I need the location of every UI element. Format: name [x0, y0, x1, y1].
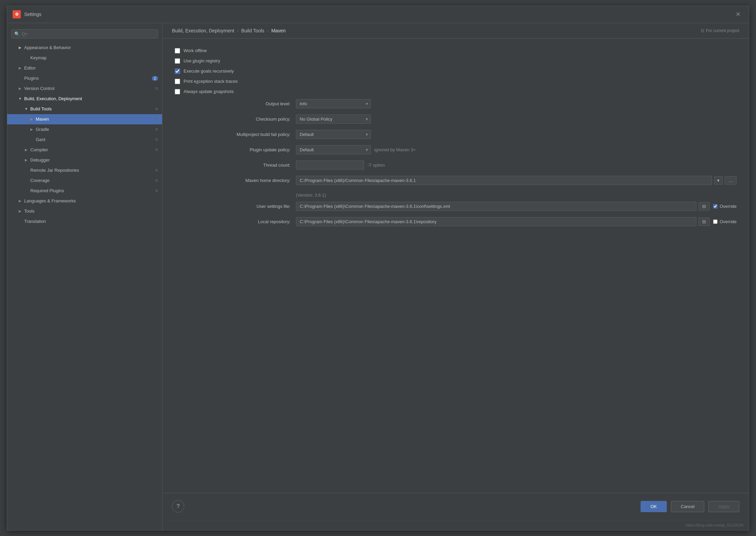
output-level-label: Output level: [175, 101, 290, 106]
sidebar-item-compiler[interactable]: ▶ Compiler ⧉ [7, 145, 162, 155]
sidebar-item-debugger[interactable]: ▶ Debugger [7, 155, 162, 165]
nav-spacer [29, 137, 34, 142]
user-settings-override-checkbox[interactable] [713, 204, 718, 209]
copy-icon: ⧉ [155, 148, 158, 152]
footer: ? OK Cancel Apply [162, 493, 749, 520]
search-box[interactable]: 🔍 [11, 29, 158, 39]
sidebar-item-remote-jar-repositories[interactable]: Remote Jar Repositories ⧉ [7, 165, 162, 175]
copy-icon: ⧉ [155, 137, 158, 142]
multiproject-build-select-wrap: Default Fail at End Never Fail Fail Fast [296, 130, 371, 139]
use-plugin-registry-checkbox[interactable] [175, 58, 180, 64]
copy-icon: ⧉ [155, 188, 158, 193]
local-repo-browse-btn[interactable]: ⊟ [698, 217, 710, 226]
sidebar-item-build-tools[interactable]: ▼ Build Tools ⧉ [7, 104, 162, 114]
execute-goals-label: Execute goals recursively [184, 68, 234, 74]
maven-home-browse-btn[interactable]: … [725, 176, 737, 185]
execute-goals-checkbox[interactable] [175, 68, 180, 74]
print-exception-checkbox[interactable] [175, 79, 180, 84]
breadcrumb-sep-2: › [267, 28, 269, 33]
sidebar-item-label: Translation [24, 219, 158, 224]
thread-count-row: Thread count: -T option [175, 160, 737, 170]
sidebar-item-label: Tools [24, 209, 158, 214]
breadcrumb-project: ⊡ For current project [701, 28, 739, 33]
sidebar-item-languages-frameworks[interactable]: ▶ Languages & Frameworks [7, 196, 162, 206]
plugin-update-policy-select[interactable]: Default Check Always Never [296, 145, 371, 154]
breadcrumb-sep-1: › [237, 28, 239, 33]
sidebar-item-editor[interactable]: ▶ Editor [7, 63, 162, 73]
apply-button[interactable]: Apply [708, 501, 739, 512]
output-level-row: Output level: Verbose Info Warning Error… [175, 99, 737, 108]
main-content: 🔍 ▶ Appearance & Behavior Keymap ▶ Edito… [7, 23, 749, 530]
nav-spacer [23, 188, 29, 194]
sidebar-item-label: Gradle [36, 127, 154, 132]
sidebar-item-required-plugins[interactable]: Required Plugins ⧉ [7, 186, 162, 196]
user-settings-override-label: Override [720, 204, 737, 209]
local-repo-override-checkbox[interactable] [713, 219, 718, 224]
checksum-policy-select[interactable]: No Global Policy Fail Warn Ignore [296, 114, 371, 124]
user-settings-label: User settings file: [175, 204, 290, 209]
maven-home-label: Maven home directory: [175, 178, 290, 183]
sidebar-item-maven[interactable]: ▶ Maven ⧉ [7, 114, 162, 124]
breadcrumb-item-2: Build Tools [241, 28, 264, 33]
copy-icon: ⧉ [155, 168, 158, 172]
sidebar-item-translation[interactable]: Translation [7, 216, 162, 227]
sidebar-item-appearance-behavior[interactable]: ▶ Appearance & Behavior [7, 43, 162, 53]
local-repo-override-label: Override [720, 219, 737, 224]
window-title: Settings [24, 12, 733, 17]
maven-home-row: Maven home directory: ▾ … [175, 176, 737, 185]
sidebar-item-build-execution-deployment[interactable]: ▼ Build, Execution, Deployment [7, 94, 162, 104]
sidebar-item-keymap[interactable]: Keymap [7, 53, 162, 63]
print-exception-row: Print exception stack traces [175, 79, 737, 84]
sidebar-item-gant[interactable]: Gant ⧉ [7, 135, 162, 145]
sidebar-item-label: Plugins [24, 76, 150, 81]
output-level-control: Verbose Info Warning Error Silent [296, 99, 737, 108]
expand-arrow-icon: ▼ [23, 106, 29, 112]
sidebar-item-label: Coverage [30, 178, 154, 183]
ok-button[interactable]: OK [641, 501, 667, 512]
use-plugin-registry-row: Use plugin registry [175, 58, 737, 64]
sidebar-item-label: Languages & Frameworks [24, 198, 158, 203]
sidebar-item-tools[interactable]: ▶ Tools [7, 206, 162, 216]
local-repo-override-wrap: Override [713, 219, 737, 224]
maven-home-input[interactable] [296, 176, 712, 185]
nav-spacer [17, 219, 23, 224]
checksum-policy-label: Checksum policy: [175, 117, 290, 122]
sidebar-item-label: Editor [24, 65, 158, 71]
sidebar-item-label: Build Tools [30, 106, 154, 111]
multiproject-build-select[interactable]: Default Fail at End Never Fail Fail Fast [296, 130, 371, 139]
cancel-button[interactable]: Cancel [671, 501, 704, 512]
sidebar-item-coverage[interactable]: Coverage ⧉ [7, 175, 162, 186]
nav-spacer [23, 168, 29, 173]
thread-count-input[interactable] [296, 160, 364, 170]
always-update-label: Always update snapshots [184, 89, 234, 94]
output-level-select-wrap: Verbose Info Warning Error Silent [296, 99, 371, 108]
maven-version-text: (Version: 3.6.1) [175, 191, 737, 202]
plugin-update-policy-row: Plugin update policy: Default Check Alwa… [175, 145, 737, 154]
copy-icon: ⧉ [155, 86, 158, 91]
search-input[interactable] [22, 31, 155, 36]
sidebar: 🔍 ▶ Appearance & Behavior Keymap ▶ Edito… [7, 23, 162, 530]
multiproject-build-label: Multiproject build fail policy: [175, 132, 290, 137]
status-url: https://blog.csdn.net/qq_41132234 [686, 523, 743, 527]
work-offline-checkbox[interactable] [175, 48, 180, 53]
execute-goals-row: Execute goals recursively [175, 68, 737, 74]
sidebar-item-version-control[interactable]: ▶ Version Control ⧉ [7, 83, 162, 94]
user-settings-path-wrap: ⊟ [296, 202, 710, 211]
sidebar-item-gradle[interactable]: ▶ Gradle ⧉ [7, 124, 162, 135]
sidebar-item-plugins[interactable]: Plugins 2 [7, 73, 162, 83]
help-button[interactable]: ? [172, 500, 184, 512]
user-settings-input[interactable] [296, 202, 696, 211]
close-button[interactable]: ✕ [733, 9, 743, 19]
local-repo-label: Local repository: [175, 219, 290, 224]
settings-window: ⚙ Settings ✕ 🔍 ▶ Appearance & Behavior K… [7, 6, 749, 531]
copy-icon: ⧉ [155, 127, 158, 132]
use-plugin-registry-label: Use plugin registry [184, 58, 220, 63]
plugin-update-policy-control: Default Check Always Never ignored by Ma… [296, 145, 737, 154]
copy-icon: ⧉ [155, 178, 158, 183]
user-settings-browse-btn[interactable]: ⊟ [698, 202, 710, 211]
output-level-select[interactable]: Verbose Info Warning Error Silent [296, 99, 371, 108]
always-update-checkbox[interactable] [175, 89, 180, 94]
local-repo-input[interactable] [296, 217, 696, 226]
maven-home-dropdown-btn[interactable]: ▾ [714, 176, 723, 185]
user-settings-override-wrap: Override [713, 204, 737, 209]
